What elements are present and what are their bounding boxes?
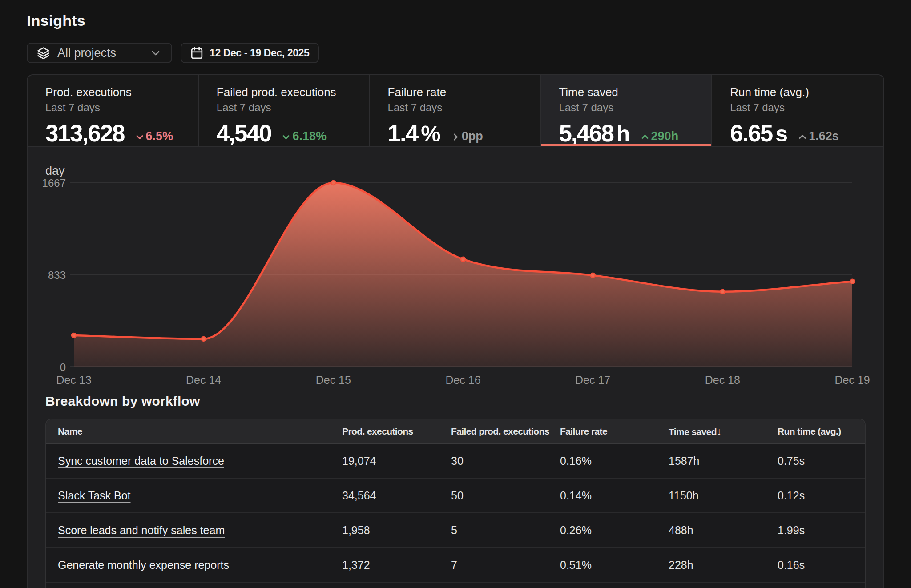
- layers-icon: [36, 46, 51, 60]
- time-saved-chart: day08331667Dec 13Dec 14Dec 15Dec 16Dec 1…: [28, 147, 883, 392]
- cell-failed-prod-executions: 7: [439, 559, 548, 572]
- tab-label: Run time (avg.): [730, 85, 879, 100]
- tab-period: Last 7 days: [730, 101, 879, 114]
- workflow-link[interactable]: Sync customer data to Salesforce: [58, 455, 224, 467]
- table-next-row-partial: [46, 583, 865, 588]
- insights-chart: day08331667Dec 13Dec 14Dec 15Dec 16Dec 1…: [28, 147, 883, 392]
- tab-delta: 6.5%: [134, 129, 173, 143]
- column-header-run-time[interactable]: Run time (avg.): [766, 426, 865, 437]
- tab-label: Prod. executions: [45, 85, 193, 100]
- tab-failed-prod-executions[interactable]: Failed prod. executions Last 7 days 4,54…: [199, 75, 370, 147]
- tab-value: 6.65: [730, 120, 772, 147]
- column-header-prod-executions[interactable]: Prod. executions: [331, 426, 439, 437]
- chevron-up-icon: [640, 132, 650, 142]
- cell-time-saved: 1587h: [657, 455, 766, 467]
- breakdown-title: Breakdown by workflow: [45, 392, 866, 409]
- tab-delta-text: 6.5%: [146, 129, 173, 143]
- workflow-link[interactable]: Score leads and notify sales team: [58, 524, 225, 536]
- tab-period: Last 7 days: [217, 101, 365, 114]
- column-header-time-saved-label: Time saved: [669, 427, 717, 437]
- data-point: [331, 181, 335, 185]
- chart-axis-title: day: [45, 164, 65, 177]
- workflow-link[interactable]: Slack Task Bot: [58, 489, 131, 502]
- x-tick-label: Dec 14: [186, 374, 221, 386]
- tab-time-saved[interactable]: Time saved Last 7 days 5,468 h 290h: [541, 75, 712, 147]
- x-tick-label: Dec 16: [445, 374, 480, 386]
- tab-period: Last 7 days: [559, 101, 707, 114]
- cell-failed-prod-executions: 50: [439, 489, 548, 502]
- x-tick-label: Dec 18: [705, 374, 740, 386]
- y-tick-label: 833: [48, 269, 66, 281]
- workflow-link[interactable]: Generate monthly expense reports: [58, 559, 229, 571]
- cell-name: Slack Task Bot: [46, 489, 331, 502]
- cell-prod-executions: 34,564: [331, 489, 439, 502]
- data-point: [591, 273, 595, 278]
- tab-value-unit: s: [775, 121, 787, 147]
- chevron-right-icon: [450, 132, 461, 142]
- date-range-picker[interactable]: 12 Dec - 19 Dec, 2025: [181, 43, 319, 63]
- chevron-down-icon: [134, 132, 145, 142]
- column-header-time-saved[interactable]: Time saved↓: [657, 425, 766, 438]
- cell-run-time: 1.99s: [766, 524, 865, 537]
- tab-delta: 1.62s: [797, 129, 839, 143]
- table-header-row: Name Prod. executions Failed prod. execu…: [46, 419, 865, 444]
- cell-name: Score leads and notify sales team: [46, 524, 331, 537]
- project-selector-value: All projects: [57, 46, 149, 60]
- x-tick-label: Dec 17: [575, 374, 610, 386]
- cell-time-saved: 1150h: [657, 489, 766, 502]
- data-point: [461, 257, 465, 262]
- cell-prod-executions: 1,372: [331, 559, 439, 572]
- tab-value: 4,540: [217, 120, 271, 147]
- data-point: [720, 290, 725, 294]
- sort-desc-icon: ↓: [717, 425, 722, 437]
- tab-run-time[interactable]: Run time (avg.) Last 7 days 6.65 s 1.62s: [712, 75, 883, 147]
- insights-card: Prod. executions Last 7 days 313,628 6.5…: [27, 74, 884, 588]
- cell-failed-prod-executions: 30: [439, 455, 548, 467]
- column-header-name[interactable]: Name: [46, 426, 331, 437]
- table-row: Sync customer data to Salesforce 19,074 …: [46, 444, 865, 479]
- cell-failure-rate: 0.51%: [548, 559, 657, 572]
- cell-failed-prod-executions: 5: [439, 524, 548, 537]
- cell-time-saved: 488h: [657, 524, 766, 537]
- table-row: Score leads and notify sales team 1,958 …: [46, 513, 865, 548]
- cell-run-time: 0.12s: [766, 489, 865, 502]
- tab-delta: 290h: [640, 129, 679, 143]
- tab-prod-executions[interactable]: Prod. executions Last 7 days 313,628 6.5…: [28, 75, 199, 147]
- chevron-up-icon: [797, 132, 808, 142]
- metric-tabs: Prod. executions Last 7 days 313,628 6.5…: [28, 75, 883, 147]
- data-point: [72, 333, 76, 338]
- cell-failure-rate: 0.16%: [548, 455, 657, 467]
- filters-bar: All projects 12 Dec - 19 Dec, 2025: [27, 43, 884, 63]
- tab-delta: 6.18%: [281, 129, 327, 143]
- tab-label: Failed prod. executions: [217, 85, 365, 100]
- cell-time-saved: 228h: [657, 559, 766, 572]
- tab-delta-text: 1.62s: [809, 129, 839, 143]
- page-title: Insights: [27, 0, 884, 29]
- x-tick-label: Dec 19: [834, 374, 870, 386]
- cell-prod-executions: 1,958: [331, 524, 439, 537]
- y-tick-label: 0: [60, 361, 66, 373]
- workflow-table: Name Prod. executions Failed prod. execu…: [45, 419, 866, 588]
- tab-value: 5,468: [559, 120, 613, 147]
- column-header-failure-rate[interactable]: Failure rate: [548, 426, 657, 437]
- tab-delta-text: 290h: [651, 129, 679, 143]
- tab-label: Failure rate: [388, 85, 536, 100]
- tab-delta: 0pp: [450, 129, 483, 143]
- cell-failure-rate: 0.14%: [548, 489, 657, 502]
- cell-name: Generate monthly expense reports: [46, 559, 331, 572]
- tab-failure-rate[interactable]: Failure rate Last 7 days 1.4 % 0pp: [370, 75, 541, 147]
- tab-delta-text: 6.18%: [292, 129, 327, 143]
- cell-prod-executions: 19,074: [331, 455, 439, 467]
- cell-failure-rate: 0.26%: [548, 524, 657, 537]
- column-header-failed-prod-executions[interactable]: Failed prod. executions: [439, 426, 548, 437]
- tab-value-row: 4,540 6.18%: [217, 120, 365, 147]
- chevron-down-icon: [281, 132, 291, 142]
- calendar-icon: [189, 46, 204, 60]
- project-selector[interactable]: All projects: [27, 43, 172, 63]
- tab-period: Last 7 days: [45, 101, 193, 114]
- date-range-value: 12 Dec - 19 Dec, 2025: [210, 47, 309, 59]
- cell-name: Sync customer data to Salesforce: [46, 455, 331, 467]
- tab-value-row: 5,468 h 290h: [559, 120, 707, 147]
- data-point: [202, 337, 206, 341]
- cell-run-time: 0.16s: [766, 559, 865, 572]
